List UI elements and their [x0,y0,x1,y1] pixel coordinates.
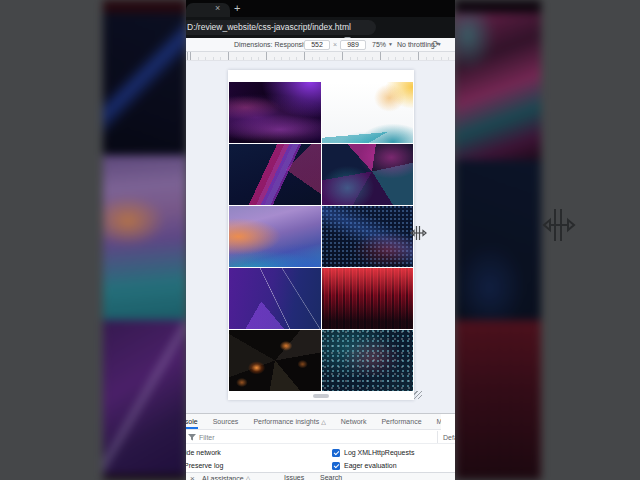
blurred-background-left [103,0,186,480]
scrollbar-thumb[interactable] [313,394,329,398]
wallpaper-thumbnail-9[interactable] [229,330,321,391]
drawer-tab-search[interactable]: Search [320,474,342,480]
experiment-icon: △ [321,415,326,430]
url-text[interactable]: D:/review_website/css-javascript/index.h… [187,20,347,35]
drawer-tab-issues[interactable]: Issues [284,474,304,480]
new-tab-button[interactable]: + [234,2,240,15]
resize-cursor-icon-large [542,203,576,247]
devtools-tab-console[interactable]: Console [186,414,198,429]
device-mode-toolbar: Dimensions: Responsive ▼ 552 × 989 75% ▼… [186,38,455,52]
viewport-corner-resize-grip[interactable] [414,391,422,399]
devtools-tab-network[interactable]: Network [341,414,367,429]
browser-tab-bar: × + [186,0,455,17]
log-levels-dropdown[interactable]: Default levels [437,431,455,444]
checkbox-icon[interactable] [332,449,340,457]
devtools-tab-sources[interactable]: Sources [213,414,239,429]
wallpaper-thumbnail-7[interactable] [229,268,321,329]
rotate-device-icon[interactable]: ⟳ [432,39,440,49]
wallpaper-thumbnail-1[interactable] [229,82,321,143]
checkbox-icon[interactable] [332,462,340,470]
address-bar: D:/review_website/css-javascript/index.h… [186,17,455,38]
omnibox[interactable]: D:/review_website/css-javascript/index.h… [186,20,376,35]
zoom-dropdown[interactable]: 75% ▼ [372,38,393,51]
device-mode-ruler [186,52,455,61]
console-settings: Hide network Preserve log Log XMLHttpReq… [186,444,455,472]
checkbox-eager-evaluation[interactable]: Eager evaluation [332,461,397,471]
devtools-panel: Console Sources Performance insights△ Ne… [186,413,455,480]
wallpaper-thumbnail-2[interactable] [322,82,414,143]
blurred-background-right [455,0,541,480]
browser-tab[interactable] [186,3,230,17]
checkbox-preserve-log[interactable]: Preserve log [186,461,223,471]
console-filter-bar: Filter Default levels [186,431,455,444]
wallpaper-thumbnail-10[interactable] [322,330,414,391]
devtools-tab-performance-insights[interactable]: Performance insights△ [253,414,325,429]
wallpaper-thumbnail-5[interactable] [229,206,321,267]
devtools-tab-memory[interactable]: Memory [437,414,441,429]
browser-window: × + D:/review_website/css-javascript/ind… [186,0,455,480]
wallpaper-thumbnail-3[interactable] [229,144,321,205]
wallpaper-grid [229,82,413,391]
drawer-close-icon[interactable]: × [190,474,195,480]
devtools-tab-performance[interactable]: Performance [381,414,421,429]
devtools-tab-bar: Console Sources Performance insights△ Ne… [186,414,441,430]
wallpaper-thumbnail-8[interactable] [322,268,414,329]
device-height-input[interactable]: 989 [340,40,366,50]
checkbox-log-xmlhttprequests[interactable]: Log XMLHttpRequests [332,448,414,458]
device-viewport-page [228,70,414,400]
filter-funnel-icon [188,434,196,441]
device-width-input[interactable]: 552 [304,40,330,50]
screen: × + D:/review_website/css-javascript/ind… [0,0,640,480]
filter-input[interactable]: Filter [199,431,215,444]
resize-cursor-icon[interactable] [410,224,427,242]
wallpaper-thumbnail-4[interactable] [322,144,414,205]
checkbox-hide-network[interactable]: Hide network [186,448,221,458]
drawer-tab-ai-assistance[interactable]: AI assistance△ [202,474,250,480]
tab-close-icon[interactable]: × [215,3,220,14]
dimensions-multiply-sign: × [333,38,337,51]
experiment-icon: △ [246,474,251,480]
devtools-drawer-tab-bar: × AI assistance△ Issues Search [186,472,455,480]
wallpaper-thumbnail-6[interactable] [322,206,414,267]
